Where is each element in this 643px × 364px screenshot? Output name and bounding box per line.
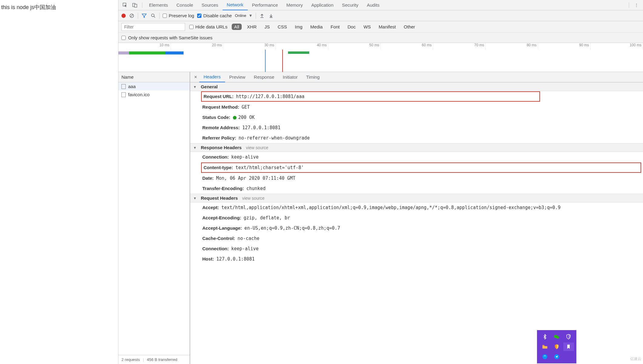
header-row: Referrer Policy:no-referrer-when-downgra… (190, 133, 643, 143)
view-source-link[interactable]: view source (246, 145, 268, 150)
timeline-tick: 30 ms (223, 43, 276, 50)
timeline-bar (288, 51, 309, 54)
folder-icon[interactable] (539, 343, 550, 351)
header-row: Connection:keep-alive (190, 244, 643, 254)
device-toggle-icon[interactable] (131, 2, 138, 9)
filter-icon[interactable] (141, 13, 147, 19)
detail-tab-preview[interactable]: Preview (225, 72, 250, 82)
devtools-tabbar: ElementsConsoleSourcesNetworkPerformance… (118, 0, 643, 10)
svg-point-10 (556, 336, 557, 336)
request-row[interactable]: favicon.ico (118, 90, 190, 99)
filter-chip-img[interactable]: Img (293, 24, 305, 30)
tab-console[interactable]: Console (172, 0, 197, 10)
upload-har-icon[interactable] (259, 13, 265, 19)
timeline[interactable]: 10 ms20 ms30 ms40 ms50 ms60 ms70 ms80 ms… (118, 43, 643, 72)
send-icon[interactable] (551, 352, 562, 361)
kebab-menu-icon[interactable]: ⋮ (633, 2, 640, 9)
tab-performance[interactable]: Performance (248, 0, 282, 10)
file-icon (121, 92, 126, 97)
filter-chip-css[interactable]: CSS (275, 24, 290, 30)
dom-content-loaded-line (265, 50, 266, 72)
filter-input[interactable] (121, 23, 185, 31)
tab-elements[interactable]: Elements (145, 0, 172, 10)
header-row: Status Code:200 OK (190, 112, 643, 123)
app-icon[interactable] (539, 352, 550, 361)
separator (629, 2, 629, 8)
timeline-bar (129, 51, 165, 54)
clear-icon[interactable] (129, 13, 135, 19)
tab-sources[interactable]: Sources (197, 0, 223, 10)
tab-audits[interactable]: Audits (363, 0, 384, 10)
timeline-tick: 100 ms (591, 43, 643, 50)
inspect-icon[interactable] (121, 2, 129, 9)
separator (159, 13, 160, 19)
detail-panel: × HeadersPreviewResponseInitiatorTiming … (190, 72, 643, 364)
defender-icon[interactable] (563, 333, 574, 341)
filter-chip-all[interactable]: All (232, 24, 242, 30)
timeline-tick: 70 ms (433, 43, 486, 50)
filter-chip-media[interactable]: Media (308, 24, 325, 30)
throttle-select[interactable]: Online▼ (235, 13, 252, 18)
separator (142, 2, 142, 8)
shield-icon[interactable] (551, 343, 562, 351)
header-row: Request Method:GET (190, 102, 643, 112)
search-icon[interactable] (150, 13, 156, 19)
tray-empty (563, 352, 574, 361)
filter-chip-xhr[interactable]: XHR (245, 24, 259, 30)
samesite-filter[interactable]: Only show requests with SameSite issues (118, 33, 643, 43)
bluetooth-icon[interactable] (539, 333, 550, 341)
section-header[interactable]: ▼Request Headersview source (190, 194, 643, 202)
tab-application[interactable]: Application (307, 0, 338, 10)
filter-chip-js[interactable]: JS (262, 24, 272, 30)
view-source-link[interactable]: view source (242, 196, 264, 201)
preserve-log-checkbox[interactable]: Preserve log (163, 13, 194, 18)
header-row: Remote Address:127.0.0.1:8081 (190, 123, 643, 133)
status-dot-icon (233, 116, 237, 120)
timeline-bar (118, 51, 129, 54)
detail-tab-timing[interactable]: Timing (302, 72, 324, 82)
filter-chip-other[interactable]: Other (401, 24, 418, 30)
detail-tab-response[interactable]: Response (250, 72, 279, 82)
svg-point-8 (556, 336, 559, 339)
hide-data-urls-checkbox[interactable]: Hide data URLs (189, 24, 227, 29)
load-event-line (282, 50, 283, 72)
timeline-tick: 80 ms (486, 43, 538, 50)
timeline-tick: 20 ms (171, 43, 223, 50)
svg-point-12 (558, 337, 558, 338)
header-row: Accept-Language:en-US,en;q=0.9,zh-CN;q=0… (190, 223, 643, 233)
svg-rect-13 (542, 345, 544, 346)
detail-tab-headers[interactable]: Headers (199, 72, 225, 82)
header-row: Request URL:http://127.0.0.1:8081/aaa (201, 91, 540, 102)
header-row: Date:Mon, 06 Apr 2020 07:11:40 GMT (190, 173, 643, 183)
filter-chip-font[interactable]: Font (328, 24, 342, 30)
header-row: Cache-Control:no-cache (190, 233, 643, 244)
header-row: Accept-Encoding:gzip, deflate, br (190, 213, 643, 223)
system-tray (537, 330, 576, 363)
request-list: Name aaafavicon.ico 2 requests|456 B tra… (118, 72, 190, 364)
header-row: Connection:keep-alive (190, 152, 643, 162)
devtools-panel: ElementsConsoleSourcesNetworkPerformance… (118, 0, 643, 364)
tab-security[interactable]: Security (338, 0, 363, 10)
section-header[interactable]: ▼Response Headersview source (190, 143, 643, 152)
tab-memory[interactable]: Memory (282, 0, 307, 10)
section-header[interactable]: ▼General (190, 82, 643, 91)
filter-chip-doc[interactable]: Doc (345, 24, 358, 30)
header-row: Content-type:text/html;charset='utf-8' (201, 162, 641, 173)
request-row[interactable]: aaa (118, 82, 190, 90)
record-button[interactable] (121, 14, 126, 18)
filter-chip-manifest[interactable]: Manifest (376, 24, 398, 30)
filter-chip-ws[interactable]: WS (361, 24, 373, 30)
separator (138, 13, 138, 19)
detail-tab-initiator[interactable]: Initiator (279, 72, 302, 82)
download-har-icon[interactable] (268, 13, 274, 19)
tab-network[interactable]: Network (223, 0, 248, 10)
close-detail-icon[interactable]: × (192, 74, 199, 80)
request-list-header[interactable]: Name (118, 72, 190, 82)
header-row: Accept:text/html,application/xhtml+xml,a… (190, 202, 643, 213)
bookmark-icon[interactable] (563, 343, 574, 351)
filter-bar: Hide data URLs AllXHRJSCSSImgMediaFontDo… (118, 21, 643, 33)
disable-cache-checkbox[interactable]: Disable cache (197, 13, 232, 18)
wechat-icon[interactable] (551, 333, 562, 341)
header-row: Transfer-Encoding:chunked (190, 183, 643, 194)
timeline-bar (165, 51, 184, 54)
